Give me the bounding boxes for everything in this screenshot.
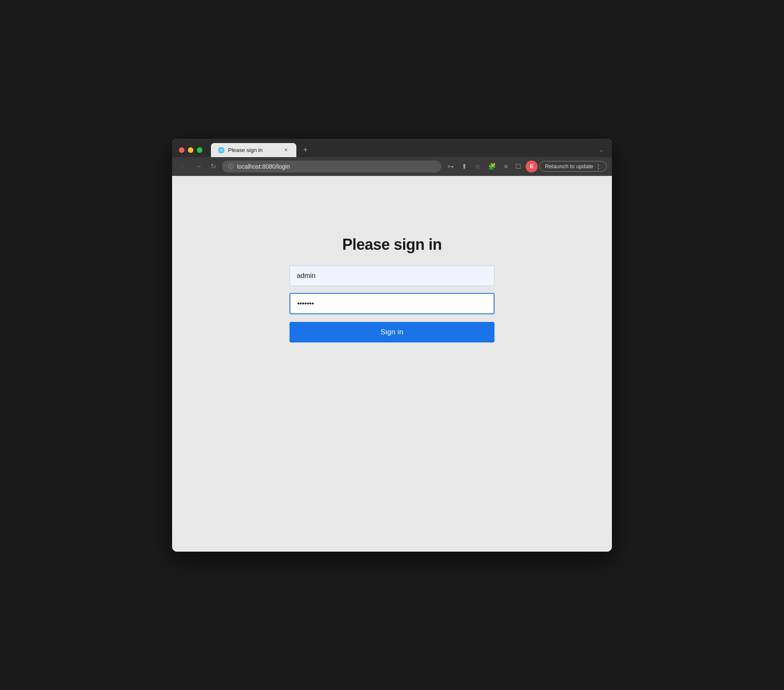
tab-close-button[interactable]: ✕ — [282, 146, 290, 154]
username-input[interactable] — [290, 266, 494, 286]
maximize-window-button[interactable] — [197, 147, 202, 153]
profile-button[interactable]: E — [526, 161, 538, 172]
relaunch-more-icon: ⋮ — [596, 163, 601, 170]
relaunch-button[interactable]: Relaunch to update ⋮ — [539, 161, 607, 172]
window-controls — [179, 147, 202, 153]
tab-title-label: Please sign in — [228, 147, 279, 153]
tab-favicon-icon: 🌐 — [218, 147, 225, 153]
forward-button[interactable]: → — [193, 161, 205, 172]
tab-row: 🌐 Please sign in ✕ + ⌄ — [179, 143, 605, 157]
site-info-icon: ⓘ — [228, 163, 234, 170]
page-title: Please sign in — [342, 236, 442, 254]
page-content: Please sign in Sign in — [172, 176, 612, 552]
share-button[interactable]: ⬆ — [459, 161, 470, 172]
username-group — [290, 266, 494, 286]
address-bar-container[interactable]: ⓘ — [222, 161, 441, 172]
extensions-button[interactable]: 🧩 — [485, 161, 499, 172]
bookmark-button[interactable]: ☆ — [472, 161, 483, 172]
login-form-container: Please sign in Sign in — [290, 236, 494, 342]
new-tab-button[interactable]: + — [300, 144, 311, 156]
minimize-window-button[interactable] — [188, 147, 193, 153]
address-input[interactable] — [237, 163, 435, 170]
relaunch-label: Relaunch to update — [545, 163, 593, 170]
back-button[interactable]: ← — [177, 161, 189, 172]
password-manager-icon[interactable]: 🗝 — [445, 161, 457, 172]
tabs-menu-icon: ⌄ — [597, 145, 605, 155]
reload-button[interactable]: ↻ — [208, 161, 219, 172]
reading-list-button[interactable]: ≡ — [501, 161, 511, 172]
close-window-button[interactable] — [179, 147, 184, 153]
sidebar-button[interactable]: ☐ — [512, 161, 524, 172]
password-group — [290, 293, 494, 314]
nav-bar: ← → ↻ ⓘ 🗝 ⬆ ☆ 🧩 ≡ ☐ E Relaunch to update… — [172, 157, 612, 176]
nav-actions: 🗝 ⬆ ☆ 🧩 ≡ ☐ E Relaunch to update ⋮ — [445, 161, 607, 172]
password-input[interactable] — [290, 293, 494, 314]
browser-tab-active[interactable]: 🌐 Please sign in ✕ — [211, 143, 296, 157]
title-bar: 🌐 Please sign in ✕ + ⌄ — [172, 139, 612, 157]
browser-window: 🌐 Please sign in ✕ + ⌄ ← → ↻ ⓘ 🗝 ⬆ ☆ 🧩 ≡… — [172, 139, 612, 552]
sign-in-button[interactable]: Sign in — [290, 322, 494, 342]
